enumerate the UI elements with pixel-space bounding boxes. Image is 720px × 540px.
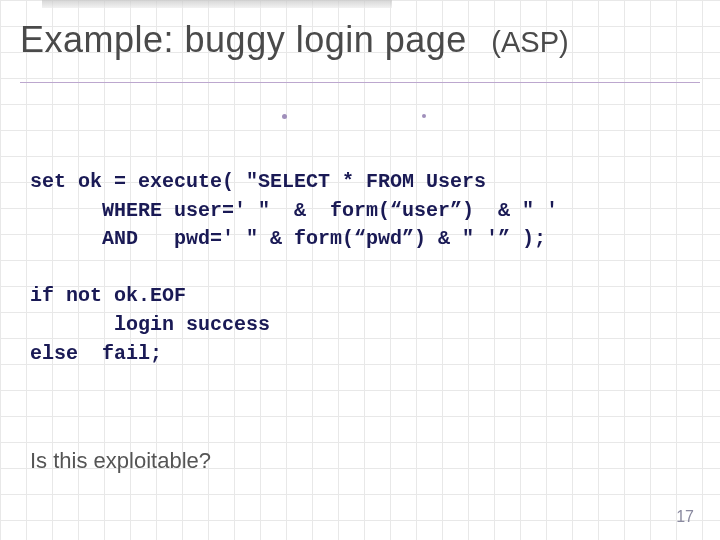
code-line: AND pwd=' " & form(“pwd”) & " '” ); (30, 227, 546, 250)
title-main: Example: buggy login page (20, 19, 467, 60)
slide-title: Example: buggy login page (ASP) (20, 20, 700, 83)
underline-dot-icon (282, 114, 287, 119)
title-asp: (ASP) (477, 26, 568, 58)
code-line: WHERE user=' " & form(“user”) & " ' (30, 199, 558, 222)
code-line: set ok = execute( "SELECT * FROM Users (30, 170, 486, 193)
code-line: if not ok.EOF (30, 284, 186, 307)
top-shadow-decoration (42, 0, 392, 8)
slide: Example: buggy login page (ASP) set ok =… (0, 0, 720, 540)
code-line: login success (30, 313, 270, 336)
slide-question: Is this exploitable? (30, 448, 211, 474)
page-number: 17 (676, 508, 694, 526)
code-line: else fail; (30, 342, 162, 365)
code-block: set ok = execute( "SELECT * FROM Users W… (30, 168, 700, 368)
underline-dot-icon (422, 114, 426, 118)
